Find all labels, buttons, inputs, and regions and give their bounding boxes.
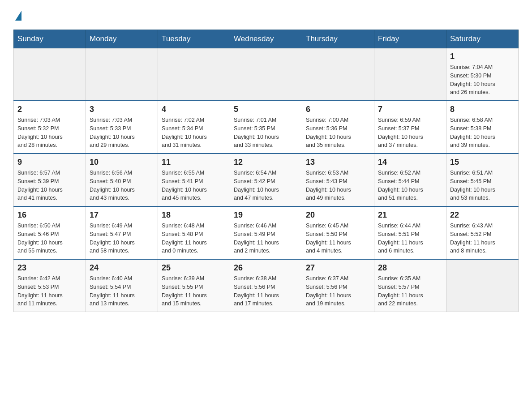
day-number: 14 <box>378 158 442 167</box>
calendar-day-cell: 10Sunrise: 6:56 AM Sunset: 5:40 PM Dayli… <box>86 154 158 206</box>
logo <box>13 9 21 21</box>
day-info: Sunrise: 6:53 AM Sunset: 5:43 PM Dayligh… <box>306 169 370 202</box>
calendar-day-cell: 25Sunrise: 6:39 AM Sunset: 5:55 PM Dayli… <box>158 259 230 312</box>
day-info: Sunrise: 6:59 AM Sunset: 5:37 PM Dayligh… <box>378 116 442 150</box>
calendar-week-row: 23Sunrise: 6:42 AM Sunset: 5:53 PM Dayli… <box>14 259 519 312</box>
calendar-day-cell: 21Sunrise: 6:44 AM Sunset: 5:51 PM Dayli… <box>374 206 446 259</box>
day-number: 27 <box>306 263 370 273</box>
day-info: Sunrise: 6:55 AM Sunset: 5:41 PM Dayligh… <box>162 169 226 202</box>
calendar-day-cell: 15Sunrise: 6:51 AM Sunset: 5:45 PM Dayli… <box>446 154 519 206</box>
calendar-day-cell: 27Sunrise: 6:37 AM Sunset: 5:56 PM Dayli… <box>302 259 374 312</box>
calendar-day-cell: 9Sunrise: 6:57 AM Sunset: 5:39 PM Daylig… <box>14 154 86 206</box>
day-number: 3 <box>90 105 154 114</box>
day-number: 24 <box>90 263 154 273</box>
day-info: Sunrise: 6:44 AM Sunset: 5:51 PM Dayligh… <box>378 222 442 255</box>
calendar-day-cell <box>14 48 86 101</box>
weekday-header-wednesday: Wednesday <box>230 30 302 48</box>
calendar-day-cell: 13Sunrise: 6:53 AM Sunset: 5:43 PM Dayli… <box>302 154 374 206</box>
day-number: 26 <box>234 263 298 273</box>
day-info: Sunrise: 6:45 AM Sunset: 5:50 PM Dayligh… <box>306 222 370 255</box>
day-info: Sunrise: 6:46 AM Sunset: 5:49 PM Dayligh… <box>234 222 298 255</box>
day-number: 5 <box>234 105 298 114</box>
day-number: 25 <box>162 263 226 273</box>
weekday-header-saturday: Saturday <box>446 30 519 48</box>
logo-triangle-icon <box>15 11 21 21</box>
weekday-header-tuesday: Tuesday <box>158 30 230 48</box>
calendar-day-cell: 18Sunrise: 6:48 AM Sunset: 5:48 PM Dayli… <box>158 206 230 259</box>
day-number: 22 <box>450 210 515 220</box>
calendar-day-cell <box>86 48 158 101</box>
calendar-day-cell: 12Sunrise: 6:54 AM Sunset: 5:42 PM Dayli… <box>230 154 302 206</box>
day-number: 23 <box>17 263 82 273</box>
calendar-day-cell: 11Sunrise: 6:55 AM Sunset: 5:41 PM Dayli… <box>158 154 230 206</box>
calendar-day-cell: 7Sunrise: 6:59 AM Sunset: 5:37 PM Daylig… <box>374 101 446 154</box>
day-number: 11 <box>162 158 226 167</box>
day-info: Sunrise: 7:02 AM Sunset: 5:34 PM Dayligh… <box>162 116 226 150</box>
calendar-day-cell: 2Sunrise: 7:03 AM Sunset: 5:32 PM Daylig… <box>14 101 86 154</box>
day-number: 7 <box>378 105 442 114</box>
weekday-header-monday: Monday <box>86 30 158 48</box>
calendar-day-cell: 8Sunrise: 6:58 AM Sunset: 5:38 PM Daylig… <box>446 101 519 154</box>
calendar-day-cell <box>446 259 519 312</box>
day-info: Sunrise: 6:39 AM Sunset: 5:55 PM Dayligh… <box>162 274 226 308</box>
day-number: 21 <box>378 210 442 220</box>
page-header <box>13 9 519 21</box>
calendar-day-cell <box>230 48 302 101</box>
calendar-week-row: 1Sunrise: 7:04 AM Sunset: 5:30 PM Daylig… <box>14 48 519 101</box>
day-info: Sunrise: 6:37 AM Sunset: 5:56 PM Dayligh… <box>306 274 370 308</box>
day-info: Sunrise: 6:43 AM Sunset: 5:52 PM Dayligh… <box>450 222 515 255</box>
day-info: Sunrise: 7:04 AM Sunset: 5:30 PM Dayligh… <box>450 63 515 97</box>
calendar-day-cell: 5Sunrise: 7:01 AM Sunset: 5:35 PM Daylig… <box>230 101 302 154</box>
calendar-day-cell: 14Sunrise: 6:52 AM Sunset: 5:44 PM Dayli… <box>374 154 446 206</box>
calendar-day-cell <box>302 48 374 101</box>
day-info: Sunrise: 7:03 AM Sunset: 5:33 PM Dayligh… <box>90 116 154 150</box>
calendar-day-cell <box>374 48 446 101</box>
day-number: 15 <box>450 158 515 167</box>
day-number: 18 <box>162 210 226 220</box>
day-info: Sunrise: 6:50 AM Sunset: 5:46 PM Dayligh… <box>17 222 82 255</box>
calendar-week-row: 2Sunrise: 7:03 AM Sunset: 5:32 PM Daylig… <box>14 101 519 154</box>
day-info: Sunrise: 7:03 AM Sunset: 5:32 PM Dayligh… <box>17 116 82 150</box>
calendar-day-cell: 19Sunrise: 6:46 AM Sunset: 5:49 PM Dayli… <box>230 206 302 259</box>
weekday-header-friday: Friday <box>374 30 446 48</box>
day-number: 4 <box>162 105 226 114</box>
day-number: 28 <box>378 263 442 273</box>
calendar-day-cell: 17Sunrise: 6:49 AM Sunset: 5:47 PM Dayli… <box>86 206 158 259</box>
day-number: 19 <box>234 210 298 220</box>
day-number: 17 <box>90 210 154 220</box>
day-info: Sunrise: 6:54 AM Sunset: 5:42 PM Dayligh… <box>234 169 298 202</box>
day-number: 6 <box>306 105 370 114</box>
weekday-header-sunday: Sunday <box>14 30 86 48</box>
calendar-day-cell: 6Sunrise: 7:00 AM Sunset: 5:36 PM Daylig… <box>302 101 374 154</box>
day-number: 8 <box>450 105 515 114</box>
day-info: Sunrise: 6:48 AM Sunset: 5:48 PM Dayligh… <box>162 222 226 255</box>
calendar-day-cell <box>158 48 230 101</box>
day-info: Sunrise: 6:49 AM Sunset: 5:47 PM Dayligh… <box>90 222 154 255</box>
calendar-week-row: 16Sunrise: 6:50 AM Sunset: 5:46 PM Dayli… <box>14 206 519 259</box>
day-number: 13 <box>306 158 370 167</box>
day-info: Sunrise: 6:52 AM Sunset: 5:44 PM Dayligh… <box>378 169 442 202</box>
day-info: Sunrise: 6:42 AM Sunset: 5:53 PM Dayligh… <box>17 274 82 308</box>
calendar-header-row: SundayMondayTuesdayWednesdayThursdayFrid… <box>14 30 519 48</box>
day-info: Sunrise: 6:56 AM Sunset: 5:40 PM Dayligh… <box>90 169 154 202</box>
calendar-day-cell: 26Sunrise: 6:38 AM Sunset: 5:56 PM Dayli… <box>230 259 302 312</box>
day-number: 9 <box>17 158 82 167</box>
day-number: 20 <box>306 210 370 220</box>
day-info: Sunrise: 6:40 AM Sunset: 5:54 PM Dayligh… <box>90 274 154 308</box>
day-info: Sunrise: 6:38 AM Sunset: 5:56 PM Dayligh… <box>234 274 298 308</box>
calendar-table: SundayMondayTuesdayWednesdayThursdayFrid… <box>13 30 519 312</box>
day-number: 16 <box>17 210 82 220</box>
calendar-day-cell: 1Sunrise: 7:04 AM Sunset: 5:30 PM Daylig… <box>446 48 519 101</box>
day-number: 1 <box>450 52 515 61</box>
day-info: Sunrise: 7:00 AM Sunset: 5:36 PM Dayligh… <box>306 116 370 150</box>
day-number: 2 <box>17 105 82 114</box>
day-number: 10 <box>90 158 154 167</box>
calendar-day-cell: 24Sunrise: 6:40 AM Sunset: 5:54 PM Dayli… <box>86 259 158 312</box>
calendar-day-cell: 28Sunrise: 6:35 AM Sunset: 5:57 PM Dayli… <box>374 259 446 312</box>
calendar-week-row: 9Sunrise: 6:57 AM Sunset: 5:39 PM Daylig… <box>14 154 519 206</box>
weekday-header-thursday: Thursday <box>302 30 374 48</box>
day-info: Sunrise: 6:57 AM Sunset: 5:39 PM Dayligh… <box>17 169 82 202</box>
calendar-day-cell: 16Sunrise: 6:50 AM Sunset: 5:46 PM Dayli… <box>14 206 86 259</box>
calendar-day-cell: 22Sunrise: 6:43 AM Sunset: 5:52 PM Dayli… <box>446 206 519 259</box>
day-info: Sunrise: 6:51 AM Sunset: 5:45 PM Dayligh… <box>450 169 515 202</box>
